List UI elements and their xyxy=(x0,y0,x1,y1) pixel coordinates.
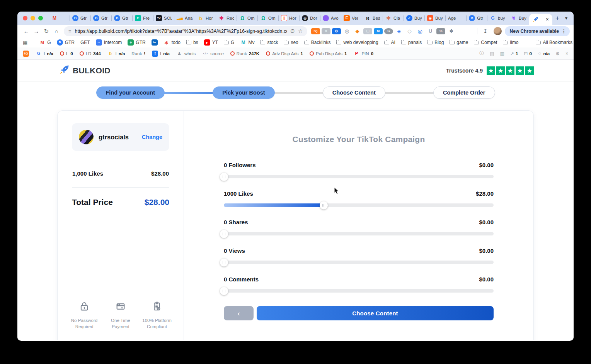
slider-handle[interactable] xyxy=(220,287,228,295)
seoquake-icon[interactable]: SQ xyxy=(311,28,320,34)
bookmark-folder[interactable]: seo xyxy=(284,40,298,45)
1b-icon[interactable]: 1b xyxy=(436,28,445,34)
tab[interactable]: ∗Cla xyxy=(383,12,404,25)
tab-close-icon[interactable]: × xyxy=(546,16,549,22)
tab[interactable]: ∥Hor xyxy=(279,12,299,25)
bookmark-folder[interactable]: G xyxy=(224,40,234,45)
tab[interactable]: Gbuy xyxy=(487,12,508,25)
bookmark-folder[interactable]: game xyxy=(450,40,468,45)
tab[interactable]: ◉Buy xyxy=(425,12,445,25)
tab-search-chevron-icon[interactable]: ▾ xyxy=(565,15,567,21)
seoquake-param[interactable]: Rank247K xyxy=(230,51,259,56)
close-icon[interactable]: × xyxy=(565,51,568,56)
bookmark-item[interactable]: BGTR xyxy=(57,39,75,46)
seoquake-param[interactable]: LD344 xyxy=(80,51,101,56)
c-grey-icon[interactable]: C xyxy=(384,28,393,34)
slider-track[interactable] xyxy=(224,175,494,178)
profile-avatar[interactable] xyxy=(494,27,502,35)
m-blue-icon[interactable]: M xyxy=(374,28,383,34)
bookmark-folder[interactable]: Compet xyxy=(474,40,497,45)
slider-track[interactable] xyxy=(224,203,494,207)
bookmark-item[interactable]: ▶YT xyxy=(204,39,218,46)
bookmark-folder[interactable]: AI xyxy=(384,40,395,45)
slider-track[interactable] xyxy=(224,289,494,293)
bookmark-star-icon[interactable]: ☆ xyxy=(298,28,303,34)
site-info-icon[interactable]: ≡ xyxy=(68,28,72,34)
bookmark-item[interactable]: ∗todo xyxy=(164,39,181,46)
bookmark-folder[interactable]: Backlinks xyxy=(304,40,331,45)
tab[interactable]: bHor xyxy=(195,12,216,25)
seoquake-param[interactable]: PPIN0 xyxy=(353,51,373,57)
downloads-icon[interactable]: ↧ xyxy=(480,28,491,35)
fl-icon[interactable]: fl xyxy=(322,28,330,34)
seoquake-param[interactable]: bIn/a xyxy=(107,51,125,57)
tab[interactable]: BGtr xyxy=(112,12,132,25)
slider-handle[interactable] xyxy=(220,230,228,238)
screenshot-icon[interactable]: ▢ xyxy=(363,28,372,34)
tab[interactable]: ΩOm xyxy=(237,12,257,25)
minimize-window-button[interactable] xyxy=(31,16,35,20)
bookmark-folder[interactable]: bs xyxy=(186,40,198,45)
menu-dots-icon[interactable]: ⋮ xyxy=(562,29,566,34)
seoquake-param[interactable]: </>source xyxy=(202,51,224,57)
slider-handle[interactable] xyxy=(220,258,228,266)
external-link-icon[interactable]: ↗1 xyxy=(510,51,518,56)
seoquake-param[interactable]: ♟whois xyxy=(176,51,196,57)
camera-icon[interactable]: ◎ xyxy=(342,28,351,34)
home-icon[interactable]: ⌂ xyxy=(51,28,61,34)
new-tab-button[interactable]: + xyxy=(555,14,559,22)
metamask-icon[interactable]: ◆ xyxy=(353,28,362,34)
info-icon[interactable]: ⓘ xyxy=(479,50,484,57)
settings-gear-icon[interactable]: ⚙ xyxy=(555,51,560,56)
tab[interactable]: Avo xyxy=(320,12,341,25)
extensions-puzzle-icon[interactable]: ❖ xyxy=(447,28,456,34)
bookmark-folder[interactable]: Blog xyxy=(427,40,444,45)
step-choose-content[interactable]: Choose Content xyxy=(323,86,385,99)
tab[interactable]: CFre xyxy=(133,12,153,25)
tab[interactable]: ✓Buy xyxy=(404,12,424,25)
step-find-your-account[interactable]: Find your Account xyxy=(96,86,165,99)
tab[interactable]: ↯Buy xyxy=(508,12,529,25)
target-blue-icon[interactable]: ◎ xyxy=(416,28,424,34)
tab[interactable]: M xyxy=(49,12,70,25)
url-text[interactable]: https://app.bulkoid.com/lp/tiktok?data=%… xyxy=(75,29,287,34)
tag-blue-icon[interactable]: ◈ xyxy=(395,28,404,34)
diamond-icon[interactable]: ♢n/a xyxy=(538,51,550,56)
slider-handle[interactable] xyxy=(320,201,328,209)
bookmark-item[interactable]: +GTR xyxy=(128,39,145,46)
zoom-window-button[interactable] xyxy=(38,16,43,20)
page-icon[interactable]: ▤ xyxy=(490,51,494,56)
tab[interactable]: ∗Rec xyxy=(216,12,237,25)
tab[interactable]: BGtr xyxy=(70,12,90,25)
all-bookmarks-folder[interactable]: All Bookmarks xyxy=(536,40,572,45)
tab[interactable]: BBes xyxy=(362,12,383,25)
seoquake-param[interactable]: Adv Disp Ads1 xyxy=(266,51,303,56)
bookmark-item[interactable]: in xyxy=(152,39,158,46)
tab[interactable]: ▂▄▆Ana xyxy=(174,12,195,25)
seoquake-param[interactable]: Pub Disp Ads1 xyxy=(310,51,347,56)
seoquake-param[interactable]: GIn/a xyxy=(36,51,53,57)
choose-content-button[interactable]: Choose Content xyxy=(257,306,494,320)
tab[interactable]: ⊕Dor xyxy=(300,12,320,25)
close-window-button[interactable] xyxy=(23,16,27,20)
bookmark-item[interactable]: MG xyxy=(39,39,51,46)
u-icon[interactable]: U xyxy=(426,28,435,34)
back-icon[interactable]: ← xyxy=(21,28,31,34)
seoquake-param[interactable]: L0 xyxy=(60,51,73,56)
step-pick-your-boost[interactable]: Pick your Boost xyxy=(213,86,274,99)
seoquake-param[interactable]: fIn/a xyxy=(152,51,170,57)
slider-track[interactable] xyxy=(224,261,494,264)
seoquake-param[interactable]: Rank! xyxy=(131,51,145,56)
change-account-link[interactable]: Change xyxy=(142,134,162,140)
bookmark-folder[interactable]: stock xyxy=(260,40,278,45)
eye-off-icon[interactable]: ∅ xyxy=(290,28,295,34)
gear-blue-icon[interactable]: ⚙ xyxy=(332,28,341,34)
tab[interactable]: Age xyxy=(446,12,466,25)
forward-icon[interactable]: → xyxy=(31,28,41,34)
diamond-grey-icon[interactable]: ◇ xyxy=(405,28,414,34)
back-button[interactable]: ‹ xyxy=(224,306,254,320)
bookmark-folder[interactable]: panals xyxy=(401,40,422,45)
slider-track[interactable] xyxy=(224,232,494,235)
reload-icon[interactable]: ↻ xyxy=(41,28,51,35)
bookmark-item[interactable]: ⌣Intercom xyxy=(96,39,122,46)
